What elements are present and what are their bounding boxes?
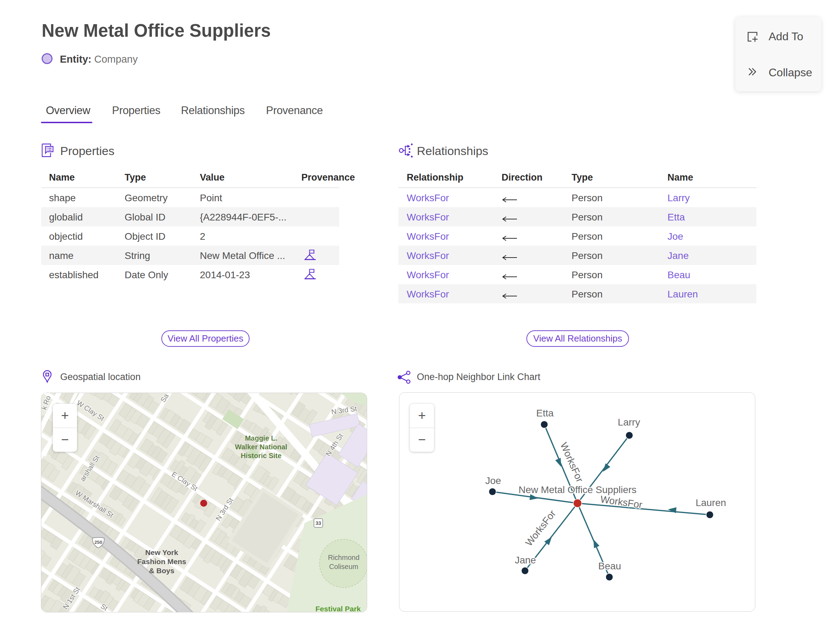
svg-text:Fashion Mens: Fashion Mens bbox=[137, 558, 186, 566]
svg-text:New Metal Office Suppliers: New Metal Office Suppliers bbox=[519, 484, 636, 495]
svg-text:WorksFor: WorksFor bbox=[600, 494, 643, 510]
svg-text:Maggie L.: Maggie L. bbox=[245, 434, 277, 442]
svg-text:Festival Park: Festival Park bbox=[315, 605, 361, 612]
svg-text:Jane: Jane bbox=[515, 555, 536, 566]
svg-text:Coliseum: Coliseum bbox=[329, 563, 358, 571]
svg-text:WorksFor: WorksFor bbox=[523, 508, 558, 548]
svg-text:33: 33 bbox=[315, 520, 321, 526]
svg-text:Joe: Joe bbox=[485, 475, 501, 486]
svg-text:250: 250 bbox=[94, 540, 103, 545]
svg-text:& Boys: & Boys bbox=[149, 567, 174, 575]
svg-text:Historic Site: Historic Site bbox=[241, 452, 282, 459]
svg-text:Lauren: Lauren bbox=[695, 497, 726, 508]
svg-text:Etta: Etta bbox=[536, 408, 554, 418]
svg-text:Walker National: Walker National bbox=[235, 443, 287, 451]
svg-text:WorksFor: WorksFor bbox=[558, 441, 585, 484]
svg-text:Beau: Beau bbox=[598, 561, 621, 571]
svg-text:Larry: Larry bbox=[618, 417, 640, 428]
svg-text:New York: New York bbox=[145, 548, 178, 556]
svg-text:Richmond: Richmond bbox=[328, 554, 360, 561]
